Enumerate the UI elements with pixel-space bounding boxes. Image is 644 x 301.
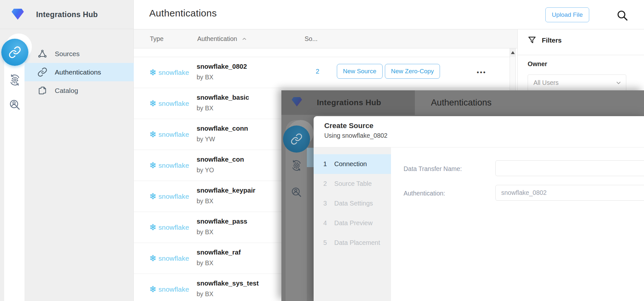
step-label: Source Table	[334, 180, 372, 187]
authentication-input[interactable]	[495, 185, 644, 201]
snowflake-logo: ❄snowflake	[149, 212, 189, 243]
field-label: Authentication:	[404, 190, 445, 197]
field-label: Data Transfer Name:	[404, 165, 462, 173]
table-header: Type Authentication So...	[134, 29, 517, 48]
step-label: Data Settings	[334, 200, 373, 207]
sidebar-item-authentications[interactable]: Authentications	[24, 63, 134, 81]
step-number: 1	[323, 160, 334, 168]
filters-divider	[518, 55, 644, 55]
snowflake-logo: ❄snowflake	[149, 181, 189, 212]
user-search-icon[interactable]	[8, 98, 21, 111]
snowflake-wordmark: snowflake	[159, 286, 189, 293]
auth-name: snowflake_basic	[197, 94, 249, 101]
filter-funnel-icon	[528, 36, 536, 45]
wizard-step-source-table[interactable]: 2Source Table	[314, 174, 391, 194]
overlay-page-header: Authentications	[415, 90, 644, 115]
snowflake-icon: ❄	[149, 285, 157, 294]
row-options-icon[interactable]: •••	[470, 65, 493, 80]
auth-owner: by YW	[197, 135, 215, 143]
auth-name: snowflake_raf	[197, 248, 241, 256]
filters-title: Filters	[542, 36, 562, 44]
sidebar-item-label: Catalog	[55, 87, 78, 95]
link-icon	[8, 46, 21, 59]
snowflake-icon: ❄	[149, 254, 157, 263]
overlay-user-search-icon	[290, 186, 303, 198]
step-number: 4	[323, 219, 334, 227]
app-title: Integrations Hub	[36, 0, 98, 29]
snowflake-logo: ❄snowflake	[149, 243, 189, 274]
filters-header: Filters	[528, 36, 562, 45]
snowflake-logo: ❄snowflake	[149, 57, 189, 88]
step-number: 5	[323, 239, 334, 246]
auth-owner: by BX	[197, 197, 213, 205]
snowflake-wordmark: snowflake	[159, 224, 189, 231]
partial-row	[134, 48, 510, 57]
column-header-sources[interactable]: So...	[305, 29, 317, 48]
sidebar-menu: SourcesAuthenticationsCatalog	[24, 45, 134, 100]
overlay-selected-item-edge	[307, 148, 314, 167]
wizard-step-data-settings[interactable]: 3Data Settings	[314, 194, 391, 213]
snowflake-logo: ❄snowflake	[149, 119, 189, 150]
snowflake-wordmark: snowflake	[159, 193, 189, 200]
new-zero-copy-button[interactable]: New Zero-Copy	[385, 64, 440, 79]
step-number: 2	[323, 180, 334, 187]
overlay-sidebar-header: Integrations Hub	[281, 90, 415, 115]
wizard-step-data-preview[interactable]: 4Data Preview	[314, 213, 391, 233]
auth-name: snowflake_keypair	[197, 186, 255, 194]
sidebar-item-label: Authentications	[55, 68, 101, 76]
sources-icon	[37, 49, 47, 59]
link-icon	[290, 133, 303, 145]
auth-name: snowflake_conn	[197, 125, 248, 132]
sidebar: Integrations Hub SourcesAuthenticationsC…	[0, 0, 134, 301]
sort-caret-icon	[242, 36, 247, 42]
auth-name: snowflake_0802	[197, 63, 247, 70]
overlay-page-title: Authentications	[431, 90, 492, 115]
search-icon[interactable]	[616, 8, 630, 23]
owner-select-value: All Users	[533, 79, 559, 86]
snowflake-icon: ❄	[149, 68, 157, 77]
snowflake-icon: ❄	[149, 223, 157, 232]
owner-label: Owner	[528, 60, 547, 68]
snowflake-logo: ❄snowflake	[149, 88, 189, 119]
chevron-down-icon	[615, 80, 622, 86]
auth-owner: by YO	[197, 166, 214, 174]
snowflake-wordmark: snowflake	[159, 69, 189, 76]
auth-owner: by BX	[197, 74, 213, 81]
wizard-step-connection[interactable]: 1Connection	[314, 154, 391, 174]
scroll-up-icon[interactable]	[510, 48, 515, 57]
column-header-authentication[interactable]: Authentication	[197, 29, 247, 48]
sidebar-item-catalog[interactable]: Catalog	[24, 81, 134, 100]
column-header-type[interactable]: Type	[150, 29, 163, 48]
owner-select[interactable]: All Users	[528, 75, 626, 91]
overlay-link-icon	[283, 125, 310, 153]
snowflake-icon: ❄	[149, 192, 157, 201]
auth-name: snowflake_pass	[197, 217, 247, 225]
auth-owner: by BX	[197, 290, 213, 298]
snowflake-icon: ❄	[149, 161, 157, 170]
snowflake-logo: ❄snowflake	[149, 274, 189, 301]
snowflake-icon: ❄	[149, 99, 157, 108]
modal-subtitle: Using snowflake_0802	[324, 132, 387, 139]
step-number: 3	[323, 200, 334, 207]
auth-name: snowflake_sys_test	[197, 279, 259, 287]
create-source-modal: Create Source Using snowflake_0802 1Conn…	[314, 116, 644, 301]
upload-file-button[interactable]: Upload File	[545, 7, 589, 22]
catalog-icon	[37, 85, 47, 95]
snowflake-logo: ❄snowflake	[149, 150, 189, 181]
sidebar-item-sources[interactable]: Sources	[24, 45, 134, 63]
sidebar-item-label: Sources	[55, 50, 80, 58]
wizard-step-data-placement[interactable]: 5Data Placement	[314, 233, 391, 253]
data-transfer-name-input[interactable]	[495, 160, 644, 176]
sources-count[interactable]: 2	[308, 64, 327, 79]
auth-owner: by BX	[197, 105, 213, 112]
overlay-app-title: Integrations Hub	[317, 90, 381, 115]
modal-title: Create Source	[324, 122, 374, 130]
wizard-steps: 1Connection2Source Table3Data Settings4D…	[314, 147, 391, 301]
new-source-button[interactable]: New Source	[337, 64, 383, 79]
snowflake-wordmark: snowflake	[159, 131, 189, 138]
sync-gear-icon[interactable]	[8, 74, 21, 86]
auth-owner: by BX	[197, 259, 213, 267]
link-icon	[37, 67, 47, 77]
overlay-sync-gear-icon	[290, 159, 303, 172]
table-row[interactable]: ❄snowflakesnowflake_0802by BX2New Source…	[134, 57, 510, 88]
